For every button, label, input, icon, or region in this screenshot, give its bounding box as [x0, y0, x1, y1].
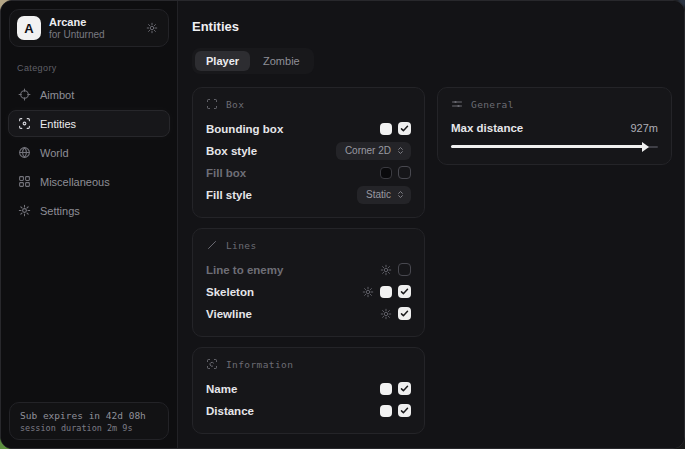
general-card-title: General: [471, 99, 514, 110]
lines-card-title: Lines: [226, 240, 257, 251]
slider-thumb[interactable]: [642, 142, 649, 152]
sidebar: A Arcane for Unturned Category: [1, 1, 178, 448]
name-checkbox[interactable]: [398, 382, 411, 395]
box-card-title: Box: [226, 99, 244, 110]
subscription-card: Sub expires in 42d 08h session duration …: [9, 402, 169, 440]
left-column: Box Bounding box Box style: [192, 87, 425, 434]
app-logo-card: A Arcane for Unturned: [9, 9, 169, 47]
distance-row: Distance: [206, 400, 411, 421]
sidebar-item-label: Settings: [40, 205, 80, 217]
app-subtitle: for Unturned: [49, 29, 138, 41]
crosshair-icon: [18, 88, 31, 101]
box-style-row: Box style Corner 2D: [206, 140, 411, 161]
box-card: Box Bounding box Box style: [192, 87, 425, 218]
box-style-select[interactable]: Corner 2D: [336, 142, 411, 160]
fill-box-checkbox[interactable]: [398, 166, 411, 179]
line-to-enemy-row: Line to enemy: [206, 259, 411, 280]
distance-color-swatch[interactable]: [380, 405, 392, 417]
sidebar-nav: Aimbot Entities World: [1, 81, 177, 224]
skeleton-row: Skeleton: [206, 281, 411, 302]
lines-card: Lines Line to enemy: [192, 228, 425, 337]
right-column: General Max distance 927m: [437, 87, 672, 165]
gear-icon[interactable]: [362, 286, 374, 298]
app-logo: A: [17, 16, 41, 40]
sidebar-item-aimbot[interactable]: Aimbot: [8, 81, 170, 108]
app-identity: Arcane for Unturned: [49, 16, 138, 40]
viewline-checkbox[interactable]: [398, 307, 411, 320]
session-duration-text: session duration 2m 9s: [20, 423, 158, 433]
diagonal-line-icon: [206, 239, 218, 251]
skeleton-color-swatch[interactable]: [380, 286, 392, 298]
gear-icon[interactable]: [380, 264, 392, 276]
sidebar-item-entities[interactable]: Entities: [8, 110, 170, 137]
name-color-swatch[interactable]: [380, 383, 392, 395]
general-card-header: General: [451, 98, 658, 110]
sidebar-item-world[interactable]: World: [8, 139, 170, 166]
tab-zombie[interactable]: Zombie: [252, 51, 311, 71]
line-to-enemy-checkbox[interactable]: [398, 263, 411, 276]
max-distance-value: 927m: [630, 122, 658, 134]
max-distance-slider-fill: [451, 145, 643, 148]
entity-tabbar: Player Zombie: [192, 48, 314, 74]
distance-checkbox[interactable]: [398, 404, 411, 417]
scan-eye-icon: [18, 117, 31, 130]
fill-style-select[interactable]: Static: [357, 186, 411, 204]
sidebar-item-label: Aimbot: [40, 89, 74, 101]
skeleton-checkbox[interactable]: [398, 285, 411, 298]
info-scan-icon: [206, 358, 218, 370]
sidebar-item-label: Entities: [40, 118, 76, 130]
fill-box-row: Fill box: [206, 162, 411, 183]
max-distance-label: Max distance: [451, 122, 523, 134]
sidebar-item-label: Miscellaneous: [40, 176, 110, 188]
bounding-box-row: Bounding box: [206, 118, 411, 139]
box-corners-icon: [206, 98, 218, 110]
name-row: Name: [206, 378, 411, 399]
app-window: A Arcane for Unturned Category: [0, 0, 685, 449]
chevrons-up-down-icon: [396, 190, 405, 199]
app-name: Arcane: [49, 16, 138, 29]
lines-card-header: Lines: [206, 239, 411, 251]
sub-expiry-text: Sub expires in 42d 08h: [20, 410, 158, 421]
information-card-header: Information: [206, 358, 411, 370]
gear-icon[interactable]: [380, 308, 392, 320]
bounding-box-color-swatch[interactable]: [380, 123, 392, 135]
tab-player[interactable]: Player: [195, 51, 250, 71]
viewline-row: Viewline: [206, 303, 411, 324]
sidebar-item-label: World: [40, 147, 69, 159]
sliders-icon: [451, 98, 463, 110]
sidebar-item-settings[interactable]: Settings: [8, 197, 170, 224]
max-distance-row: Max distance 927m: [451, 118, 658, 138]
box-card-header: Box: [206, 98, 411, 110]
bounding-box-checkbox[interactable]: [398, 122, 411, 135]
page-title: Entities: [192, 19, 672, 34]
category-label: Category: [17, 63, 161, 73]
max-distance-slider[interactable]: [451, 142, 658, 152]
general-card: General Max distance 927m: [437, 87, 672, 165]
fill-style-row: Fill style Static: [206, 184, 411, 205]
settings-columns: Box Bounding box Box style: [192, 87, 672, 434]
information-card: Information Name Distance: [192, 347, 425, 434]
sidebar-item-miscellaneous[interactable]: Miscellaneous: [8, 168, 170, 195]
grid-icon: [18, 175, 31, 188]
gear-icon: [18, 204, 31, 217]
main-content: Entities Player Zombie Box: [178, 1, 684, 448]
globe-icon: [18, 146, 31, 159]
fill-box-color-swatch[interactable]: [380, 167, 392, 179]
chevrons-up-down-icon: [396, 146, 405, 155]
gear-icon[interactable]: [146, 22, 158, 34]
information-card-title: Information: [226, 359, 293, 370]
